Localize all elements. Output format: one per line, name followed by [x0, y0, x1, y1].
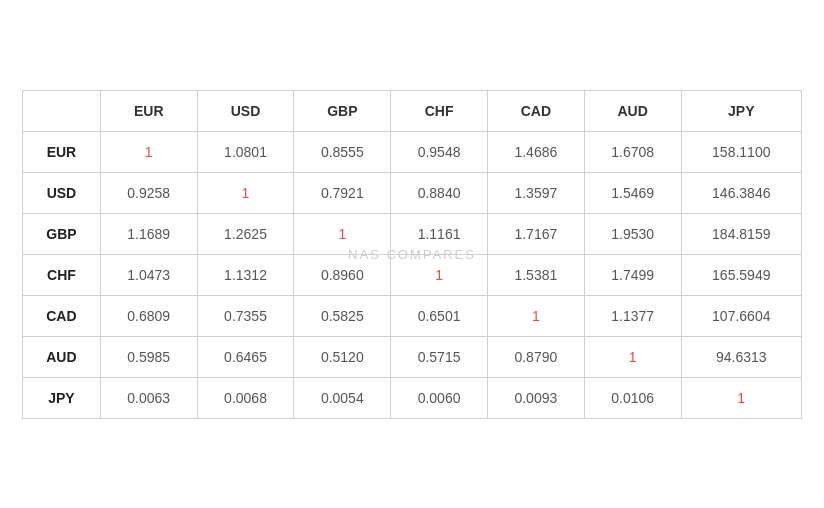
cell-cad-aud: 1.1377 [584, 295, 681, 336]
cell-chf-eur: 1.0473 [100, 254, 197, 295]
table-row: GBP1.16891.262511.11611.71671.9530184.81… [23, 213, 802, 254]
cell-aud-jpy: 94.6313 [681, 336, 801, 377]
cell-eur-aud: 1.6708 [584, 131, 681, 172]
table-row: JPY0.00630.00680.00540.00600.00930.01061 [23, 377, 802, 418]
cell-jpy-eur: 0.0063 [100, 377, 197, 418]
cell-usd-eur: 0.9258 [100, 172, 197, 213]
header-cad: CAD [487, 90, 584, 131]
cell-cad-jpy: 107.6604 [681, 295, 801, 336]
cell-eur-cad: 1.4686 [487, 131, 584, 172]
cell-chf-cad: 1.5381 [487, 254, 584, 295]
cell-jpy-chf: 0.0060 [391, 377, 488, 418]
cell-jpy-gbp: 0.0054 [294, 377, 391, 418]
cell-eur-chf: 0.9548 [391, 131, 488, 172]
table-body: EUR11.08010.85550.95481.46861.6708158.11… [23, 131, 802, 418]
cell-chf-aud: 1.7499 [584, 254, 681, 295]
table-row: CHF1.04731.13120.896011.53811.7499165.59… [23, 254, 802, 295]
cell-jpy-aud: 0.0106 [584, 377, 681, 418]
cell-eur-usd: 1.0801 [197, 131, 294, 172]
cell-chf-gbp: 0.8960 [294, 254, 391, 295]
header-jpy: JPY [681, 90, 801, 131]
cell-gbp-eur: 1.1689 [100, 213, 197, 254]
cell-jpy-cad: 0.0093 [487, 377, 584, 418]
cell-gbp-gbp: 1 [294, 213, 391, 254]
cell-jpy-jpy: 1 [681, 377, 801, 418]
row-label-eur: EUR [23, 131, 101, 172]
cell-gbp-cad: 1.7167 [487, 213, 584, 254]
cell-aud-chf: 0.5715 [391, 336, 488, 377]
table-header: EURUSDGBPCHFCADAUDJPY [23, 90, 802, 131]
cell-gbp-chf: 1.1161 [391, 213, 488, 254]
header-empty [23, 90, 101, 131]
row-label-aud: AUD [23, 336, 101, 377]
table-row: AUD0.59850.64650.51200.57150.8790194.631… [23, 336, 802, 377]
cell-eur-eur: 1 [100, 131, 197, 172]
cell-usd-jpy: 146.3846 [681, 172, 801, 213]
header-eur: EUR [100, 90, 197, 131]
cell-cad-usd: 0.7355 [197, 295, 294, 336]
cell-usd-chf: 0.8840 [391, 172, 488, 213]
row-label-cad: CAD [23, 295, 101, 336]
header-aud: AUD [584, 90, 681, 131]
cell-gbp-jpy: 184.8159 [681, 213, 801, 254]
cell-cad-gbp: 0.5825 [294, 295, 391, 336]
row-label-jpy: JPY [23, 377, 101, 418]
cell-eur-jpy: 158.1100 [681, 131, 801, 172]
table-row: USD0.925810.79210.88401.35971.5469146.38… [23, 172, 802, 213]
cell-usd-aud: 1.5469 [584, 172, 681, 213]
cell-aud-usd: 0.6465 [197, 336, 294, 377]
cell-eur-gbp: 0.8555 [294, 131, 391, 172]
cell-aud-gbp: 0.5120 [294, 336, 391, 377]
row-label-gbp: GBP [23, 213, 101, 254]
cell-aud-aud: 1 [584, 336, 681, 377]
cell-usd-gbp: 0.7921 [294, 172, 391, 213]
table-row: CAD0.68090.73550.58250.650111.1377107.66… [23, 295, 802, 336]
header-usd: USD [197, 90, 294, 131]
cell-cad-chf: 0.6501 [391, 295, 488, 336]
cell-usd-cad: 1.3597 [487, 172, 584, 213]
cell-aud-cad: 0.8790 [487, 336, 584, 377]
cell-chf-usd: 1.1312 [197, 254, 294, 295]
cell-cad-cad: 1 [487, 295, 584, 336]
header-chf: CHF [391, 90, 488, 131]
cell-chf-chf: 1 [391, 254, 488, 295]
row-label-chf: CHF [23, 254, 101, 295]
cell-jpy-usd: 0.0068 [197, 377, 294, 418]
cell-aud-eur: 0.5985 [100, 336, 197, 377]
header-gbp: GBP [294, 90, 391, 131]
currency-table: EURUSDGBPCHFCADAUDJPY EUR11.08010.85550.… [22, 90, 802, 419]
cell-gbp-aud: 1.9530 [584, 213, 681, 254]
cell-gbp-usd: 1.2625 [197, 213, 294, 254]
currency-table-wrapper: EURUSDGBPCHFCADAUDJPY EUR11.08010.85550.… [22, 90, 802, 419]
row-label-usd: USD [23, 172, 101, 213]
cell-usd-usd: 1 [197, 172, 294, 213]
cell-cad-eur: 0.6809 [100, 295, 197, 336]
table-row: EUR11.08010.85550.95481.46861.6708158.11… [23, 131, 802, 172]
cell-chf-jpy: 165.5949 [681, 254, 801, 295]
